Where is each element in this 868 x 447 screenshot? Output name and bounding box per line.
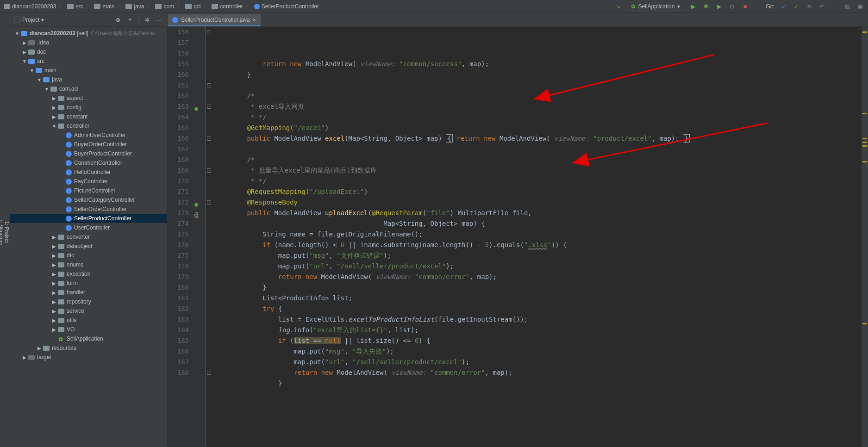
tree-arrow-icon[interactable]: ▶ [51,281,57,286]
collapse-icon[interactable]: ÷ [126,16,134,24]
tree-node[interactable]: ▶VO [10,325,167,334]
warning-mark[interactable] [862,161,867,162]
tree-node[interactable]: ▶.idea [10,38,167,47]
tree-arrow-icon[interactable]: ▶ [51,105,57,110]
close-tab-icon[interactable]: × [253,17,256,23]
tree-node[interactable]: ▶form [10,279,167,288]
git-revert-icon[interactable]: ↶ [818,2,826,11]
tree-node[interactable]: ▼java [10,75,167,84]
tree-arrow-icon[interactable]: ▶ [51,114,57,119]
tree-arrow-icon[interactable]: ▶ [51,318,57,323]
breadcrumb-item[interactable]: main〉 [94,2,124,10]
tree-node[interactable]: ▼diancan20200203 [sell] C:\Users\编程小石头\D… [10,29,167,38]
warning-mark[interactable] [862,145,867,147]
editor-tab[interactable]: SellerProductController.java × [168,14,261,26]
tree-arrow-icon[interactable]: ▼ [21,59,28,64]
fold-toggle[interactable]: - [207,371,211,375]
fold-toggle[interactable]: - [207,137,211,141]
tree-node[interactable]: UserController [10,223,167,232]
tree-node[interactable]: CommentController [10,158,167,168]
fold-column[interactable]: ------- [206,27,212,447]
tree-arrow-icon[interactable]: ▼ [14,31,20,36]
locate-icon[interactable]: ⊕ [114,16,122,24]
tree-node[interactable]: SellerCategoryController [10,195,167,205]
tree-arrow-icon[interactable]: ▶ [21,40,28,45]
warning-mark[interactable] [862,31,867,33]
breadcrumb-item[interactable]: qcl〉 [185,2,210,10]
run-configuration-dropdown[interactable]: ✿ SellApplication ▾ [627,2,685,11]
run-icon[interactable]: ▶ [689,2,697,11]
tree-node[interactable]: PictureController [10,186,167,195]
tree-arrow-icon[interactable]: ▶ [51,272,57,277]
stop-icon[interactable]: ■ [741,2,749,11]
fold-toggle[interactable]: - [207,168,211,173]
warning-mark[interactable] [862,113,867,114]
fold-toggle[interactable]: - [207,30,211,34]
tree-node[interactable]: BuyerProductController [10,149,167,158]
search-icon[interactable]: ▥ [843,2,851,11]
tree-node[interactable]: ▶config [10,103,167,112]
git-commit-icon[interactable]: ✓ [792,2,800,11]
breadcrumb-item[interactable]: java〉 [125,2,153,10]
tree-node[interactable]: AdminUserController [10,130,167,140]
tree-node[interactable]: PayController [10,177,167,186]
tree-node[interactable]: ▶service [10,306,167,316]
breadcrumb-item[interactable]: SellerProductController [254,3,319,10]
tree-node[interactable]: ▶resources [10,343,167,353]
tree-node[interactable]: SellerOrderController [10,205,167,214]
code-editor[interactable]: 1561571581591601611621631641651661671681… [168,27,868,447]
tool-window-tab[interactable]: 1: Project [4,221,10,242]
tree-arrow-icon[interactable]: ▶ [21,50,28,55]
fold-toggle[interactable]: - [207,83,211,87]
project-tree[interactable]: ▼diancan20200203 [sell] C:\Users\编程小石头\D… [10,27,167,447]
warning-mark[interactable] [862,142,867,143]
breadcrumb-item[interactable]: diancan20200203〉 [4,2,65,10]
git-update-icon[interactable]: ↙ [779,2,787,11]
error-stripe[interactable] [862,27,868,447]
tree-node[interactable]: HelloController [10,168,167,177]
tree-node[interactable]: ▼main [10,66,167,75]
tool-window-tab[interactable]: 7: Structure [0,219,4,245]
tree-node[interactable]: ✿SellApplication [10,334,167,343]
tree-arrow-icon[interactable]: ▶ [51,309,57,314]
warning-mark[interactable] [862,138,867,139]
breadcrumb-item[interactable]: com〉 [155,2,183,10]
tree-node[interactable]: ▶dto [10,251,167,260]
tree-node[interactable]: ▼controller [10,121,167,130]
tree-arrow-icon[interactable]: ▶ [21,355,28,360]
tree-node[interactable]: ▼com.qcl [10,84,167,93]
tree-arrow-icon[interactable]: ▶ [51,96,57,101]
tree-arrow-icon[interactable]: ▶ [51,253,57,258]
tree-node[interactable]: ▶aspect [10,93,167,103]
tree-node[interactable]: ▶target [10,353,167,362]
tree-arrow-icon[interactable]: ▶ [51,290,57,295]
git-history-icon[interactable]: ⟲ [805,2,813,11]
tree-arrow-icon[interactable]: ▼ [44,87,50,92]
tree-node[interactable]: ▶exception [10,269,167,279]
hide-icon[interactable]: — [155,16,163,24]
fold-toggle[interactable]: - [207,105,211,109]
coverage-icon[interactable]: ▶ [715,2,723,11]
tree-node[interactable]: BuyerOrderController [10,140,167,149]
tree-node[interactable]: ▶repository [10,297,167,306]
tree-node[interactable]: ▶enums [10,260,167,269]
project-view-dropdown[interactable]: Project ▾ [14,17,110,23]
tree-arrow-icon[interactable]: ▶ [51,327,57,332]
tree-arrow-icon[interactable]: ▼ [51,124,57,129]
fold-toggle[interactable]: - [207,200,211,205]
warning-mark[interactable] [862,323,867,324]
tree-arrow-icon[interactable]: ▶ [51,235,57,240]
tree-node[interactable]: ▶dataobject [10,242,167,251]
settings-icon[interactable]: ▣ [856,2,864,11]
build-icon[interactable]: ↘ [614,2,622,11]
tree-arrow-icon[interactable]: ▼ [36,77,43,82]
tree-node[interactable]: ▶doc [10,47,167,56]
debug-icon[interactable]: ✱ [702,2,710,11]
tree-node[interactable]: ▶converter [10,232,167,242]
profile-icon[interactable]: ⊙ [728,2,736,11]
url-mapping-icon[interactable]: ◉ [194,103,198,114]
tree-node[interactable]: ▶constant [10,112,167,121]
tree-arrow-icon[interactable]: ▶ [51,299,57,304]
code-content[interactable]: return new ModelAndView( viewName: "comm… [212,27,862,447]
breadcrumb-item[interactable]: src〉 [67,2,92,10]
